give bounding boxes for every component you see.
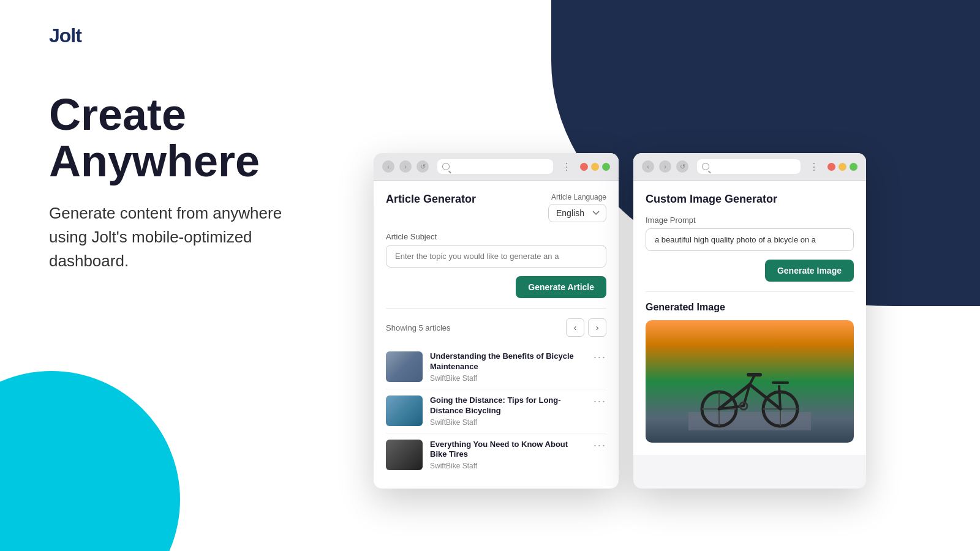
language-group: Article Language English Spanish French … bbox=[548, 193, 606, 222]
article-options-2[interactable]: ··· bbox=[594, 395, 606, 407]
article-section-header: Article Generator Article Language Engli… bbox=[386, 193, 606, 222]
bicycle-image-svg bbox=[688, 351, 811, 430]
toolbar-menu-2: ⋮ bbox=[809, 161, 819, 173]
article-author-1: SwiftBike Staff bbox=[430, 374, 586, 383]
forward-button-1[interactable]: › bbox=[399, 160, 412, 173]
next-page-button[interactable]: › bbox=[588, 318, 606, 337]
search-icon-1 bbox=[442, 163, 450, 170]
logo-text: Jolt bbox=[49, 24, 81, 47]
article-item-2: Going the Distance: Tips for Long-Distan… bbox=[386, 389, 606, 433]
image-prompt-input[interactable] bbox=[646, 228, 854, 251]
article-thumbnail-1 bbox=[386, 351, 423, 382]
back-button-2[interactable]: ‹ bbox=[642, 160, 654, 173]
articles-count: Showing 5 articles bbox=[386, 323, 451, 332]
article-author-3: SwiftBike Staff bbox=[430, 462, 586, 470]
article-thumbnail-2 bbox=[386, 395, 423, 426]
article-title-1: Understanding the Benefits of Bicycle Ma… bbox=[430, 351, 586, 372]
image-prompt-label: Image Prompt bbox=[646, 216, 854, 225]
maximize-button-1[interactable] bbox=[602, 163, 610, 171]
language-label: Article Language bbox=[551, 193, 606, 201]
generate-article-button[interactable]: Generate Article bbox=[516, 276, 606, 298]
toolbar-menu-1: ⋮ bbox=[562, 161, 571, 173]
article-generator-window: ‹ › ↺ ⋮ Article Generator Article Langua… bbox=[374, 153, 619, 489]
article-title-3: Everything You Need to Know About Bike T… bbox=[430, 440, 586, 460]
refresh-button-1[interactable]: ↺ bbox=[417, 160, 429, 173]
windows-container: ‹ › ↺ ⋮ Article Generator Article Langua… bbox=[361, 153, 980, 489]
hero-subtitle: Generate content from anywhereusing Jolt… bbox=[49, 201, 404, 273]
article-author-2: SwiftBike Staff bbox=[430, 418, 586, 427]
svg-line-11 bbox=[750, 375, 755, 384]
minimize-button-1[interactable] bbox=[591, 163, 599, 171]
close-button-2[interactable] bbox=[827, 163, 835, 171]
prev-page-button[interactable]: ‹ bbox=[566, 318, 584, 337]
article-thumbnail-3 bbox=[386, 440, 423, 470]
articles-header: Showing 5 articles ‹ › bbox=[386, 318, 606, 337]
generate-image-button[interactable]: Generate Image bbox=[765, 260, 854, 282]
article-item-1: Understanding the Benefits of Bicycle Ma… bbox=[386, 345, 606, 389]
article-subject-input[interactable] bbox=[386, 245, 606, 268]
pagination: ‹ › bbox=[566, 318, 606, 337]
minimize-button-2[interactable] bbox=[839, 163, 846, 171]
hero-title: Create Anywhere bbox=[49, 92, 404, 184]
svg-line-13 bbox=[779, 386, 780, 409]
maximize-button-2[interactable] bbox=[850, 163, 858, 171]
article-title-2: Going the Distance: Tips for Long-Distan… bbox=[430, 395, 586, 416]
language-select[interactable]: English Spanish French German bbox=[548, 204, 606, 222]
background-cyan-shape bbox=[0, 371, 180, 551]
address-bar-2 bbox=[697, 159, 801, 174]
article-options-1[interactable]: ··· bbox=[594, 351, 606, 362]
article-item-3: Everything You Need to Know About Bike T… bbox=[386, 433, 606, 477]
article-generator-content: Article Generator Article Language Engli… bbox=[374, 181, 619, 489]
article-info-3: Everything You Need to Know About Bike T… bbox=[430, 440, 586, 471]
forward-button-2[interactable]: › bbox=[659, 160, 671, 173]
image-section-title: Custom Image Generator bbox=[646, 193, 854, 206]
subject-label: Article Subject bbox=[386, 232, 606, 241]
close-button-1[interactable] bbox=[580, 163, 588, 171]
hero-section: Create Anywhere Generate content from an… bbox=[49, 92, 404, 273]
generated-image-title: Generated Image bbox=[646, 302, 854, 313]
browser-toolbar-2: ‹ › ↺ ⋮ bbox=[633, 153, 866, 181]
refresh-button-2[interactable]: ↺ bbox=[676, 160, 688, 173]
traffic-lights-1 bbox=[580, 163, 610, 171]
search-icon-2 bbox=[702, 163, 709, 170]
article-info-2: Going the Distance: Tips for Long-Distan… bbox=[430, 395, 586, 427]
article-info-1: Understanding the Benefits of Bicycle Ma… bbox=[430, 351, 586, 383]
traffic-lights-2 bbox=[827, 163, 858, 171]
divider-2 bbox=[646, 291, 854, 292]
browser-toolbar-1: ‹ › ↺ ⋮ bbox=[374, 153, 619, 181]
logo: Jolt bbox=[49, 24, 81, 47]
back-button-1[interactable]: ‹ bbox=[382, 160, 394, 173]
generated-image-section: Generated Image bbox=[646, 302, 854, 443]
generated-image-container bbox=[646, 320, 854, 443]
divider-1 bbox=[386, 308, 606, 309]
article-section-title: Article Generator bbox=[386, 193, 476, 206]
svg-rect-12 bbox=[747, 373, 762, 377]
image-generator-window: ‹ › ↺ ⋮ Custom Image Generator Image Pro… bbox=[633, 153, 866, 489]
image-generator-content: Custom Image Generator Image Prompt Gene… bbox=[633, 181, 866, 455]
generate-image-row: Generate Image bbox=[646, 260, 854, 282]
article-options-3[interactable]: ··· bbox=[594, 440, 606, 451]
address-bar-1 bbox=[437, 159, 553, 174]
generate-article-row: Generate Article bbox=[386, 276, 606, 298]
